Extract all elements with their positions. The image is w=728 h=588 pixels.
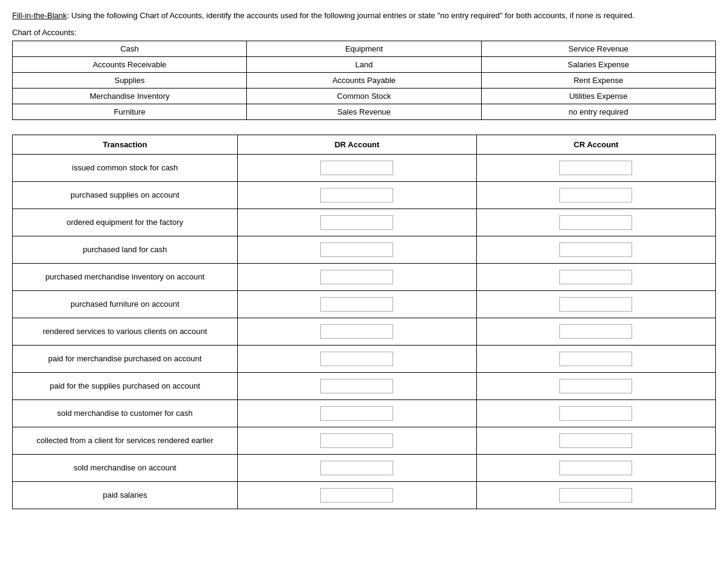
table-row: purchased land for cash <box>13 236 716 263</box>
dr-account-cell <box>237 345 476 372</box>
cr-account-cell <box>476 345 715 372</box>
cr-account-input-12[interactable] <box>559 488 632 503</box>
chart-of-accounts-table: CashEquipmentService RevenueAccounts Rec… <box>12 41 716 120</box>
transaction-cell: purchased supplies on account <box>13 181 238 209</box>
instructions: Fill-in-the-Blank: Using the following C… <box>12 10 716 22</box>
cr-account-input-9[interactable] <box>559 406 632 421</box>
transaction-cell: purchased furniture on account <box>13 290 238 318</box>
dr-account-input-2[interactable] <box>320 215 393 230</box>
cr-account-input-5[interactable] <box>559 297 632 312</box>
cr-account-cell <box>476 263 715 290</box>
chart-cell: Equipment <box>247 41 481 56</box>
cr-account-input-6[interactable] <box>559 324 632 339</box>
transaction-cell: purchased merchandise inventory on accou… <box>13 263 238 290</box>
chart-cell: Sales Revenue <box>247 104 481 119</box>
cr-account-input-8[interactable] <box>559 379 632 393</box>
dr-account-cell <box>237 236 476 263</box>
table-row: paid for the supplies purchased on accou… <box>13 372 716 399</box>
dr-account-cell <box>237 263 476 290</box>
cr-account-cell <box>476 181 715 209</box>
cr-account-input-1[interactable] <box>559 188 632 202</box>
dr-account-cell <box>237 481 476 509</box>
cr-account-input-3[interactable] <box>559 242 632 257</box>
dr-account-input-5[interactable] <box>320 297 393 312</box>
header-transaction: Transaction <box>13 135 238 154</box>
dr-account-input-10[interactable] <box>320 433 393 448</box>
cr-account-cell <box>476 427 715 454</box>
cr-account-cell <box>476 318 715 345</box>
dr-account-cell <box>237 454 476 481</box>
cr-account-cell <box>476 209 715 236</box>
cr-account-input-11[interactable] <box>559 461 632 475</box>
cr-account-cell <box>476 372 715 399</box>
chart-cell: Furniture <box>13 104 247 119</box>
transaction-cell: rendered services to various clients on … <box>13 318 238 345</box>
table-row: ordered equipment for the factory <box>13 209 716 236</box>
journal-entries-table: Transaction DR Account CR Account issued… <box>12 135 716 509</box>
chart-cell: Service Revenue <box>481 41 715 56</box>
table-row: purchased furniture on account <box>13 290 716 318</box>
dr-account-cell <box>237 290 476 318</box>
cr-account-cell <box>476 290 715 318</box>
dr-account-input-4[interactable] <box>320 270 393 284</box>
header-cr-account: CR Account <box>476 135 715 154</box>
table-row: sold merchandise to customer for cash <box>13 399 716 427</box>
dr-account-input-6[interactable] <box>320 324 393 339</box>
table-row: rendered services to various clients on … <box>13 318 716 345</box>
transaction-cell: sold merchandise to customer for cash <box>13 399 238 427</box>
chart-cell: Common Stock <box>247 88 481 104</box>
table-row: paid salaries <box>13 481 716 509</box>
chart-cell: Merchandise Inventory <box>13 88 247 104</box>
transaction-cell: collected from a client for services ren… <box>13 427 238 454</box>
chart-cell: Accounts Payable <box>247 72 481 88</box>
cr-account-cell <box>476 481 715 509</box>
table-row: collected from a client for services ren… <box>13 427 716 454</box>
dr-account-input-1[interactable] <box>320 188 393 202</box>
table-row: paid for merchandise purchased on accoun… <box>13 345 716 372</box>
dr-account-input-7[interactable] <box>320 352 393 366</box>
dr-account-input-12[interactable] <box>320 488 393 503</box>
instructions-text: : Using the following Chart of Accounts,… <box>67 11 635 20</box>
dr-account-cell <box>237 318 476 345</box>
dr-account-cell <box>237 399 476 427</box>
dr-account-cell <box>237 427 476 454</box>
transaction-cell: paid salaries <box>13 481 238 509</box>
dr-account-cell <box>237 209 476 236</box>
transaction-cell: ordered equipment for the factory <box>13 209 238 236</box>
chart-cell: no entry required <box>481 104 715 119</box>
chart-cell: Rent Expense <box>481 72 715 88</box>
dr-account-input-0[interactable] <box>320 161 393 175</box>
table-row: issued common stock for cash <box>13 154 716 181</box>
table-row: purchased supplies on account <box>13 181 716 209</box>
cr-account-cell <box>476 236 715 263</box>
table-row: sold merchandise on account <box>13 454 716 481</box>
cr-account-input-10[interactable] <box>559 433 632 448</box>
instructions-underlined: Fill-in-the-Blank <box>12 11 67 20</box>
table-row: purchased merchandise inventory on accou… <box>13 263 716 290</box>
transaction-cell: issued common stock for cash <box>13 154 238 181</box>
cr-account-input-7[interactable] <box>559 352 632 366</box>
dr-account-cell <box>237 181 476 209</box>
dr-account-input-9[interactable] <box>320 406 393 421</box>
transaction-cell: paid for the supplies purchased on accou… <box>13 372 238 399</box>
transaction-cell: purchased land for cash <box>13 236 238 263</box>
transaction-cell: paid for merchandise purchased on accoun… <box>13 345 238 372</box>
chart-cell: Cash <box>13 41 247 56</box>
chart-cell: Land <box>247 56 481 72</box>
transaction-cell: sold merchandise on account <box>13 454 238 481</box>
cr-account-input-2[interactable] <box>559 215 632 230</box>
cr-account-cell <box>476 399 715 427</box>
cr-account-input-4[interactable] <box>559 270 632 284</box>
chart-cell: Supplies <box>13 72 247 88</box>
dr-account-input-11[interactable] <box>320 461 393 475</box>
dr-account-cell <box>237 372 476 399</box>
cr-account-cell <box>476 154 715 181</box>
chart-cell: Accounts Receivable <box>13 56 247 72</box>
chart-of-accounts-label: Chart of Accounts: <box>12 28 716 37</box>
dr-account-input-3[interactable] <box>320 242 393 257</box>
cr-account-input-0[interactable] <box>559 161 632 175</box>
header-dr-account: DR Account <box>237 135 476 154</box>
dr-account-input-8[interactable] <box>320 379 393 393</box>
cr-account-cell <box>476 454 715 481</box>
chart-cell: Salaries Expense <box>481 56 715 72</box>
